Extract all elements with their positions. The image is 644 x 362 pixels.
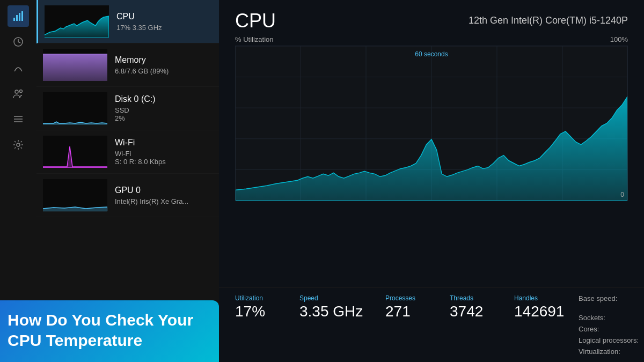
memory-resource-value: 6.8/7.6 GB (89%) [115, 67, 213, 75]
cpu-mini-graph [45, 5, 109, 38]
stat-handles: Handles 142691 [514, 294, 579, 356]
cpu-resource-value: 17% 3.35 GHz [116, 24, 213, 32]
sidebar-icon-details[interactable] [8, 108, 29, 130]
svg-rect-15 [43, 179, 107, 211]
cores-label: Cores: [579, 325, 644, 333]
svg-point-5 [15, 90, 18, 93]
gpu-resource-name: GPU 0 [115, 186, 213, 195]
sidebar-icon-performance[interactable] [8, 5, 29, 27]
wifi-resource-name: Wi-Fi [115, 138, 213, 147]
right-stat-cores: Cores: 12 [579, 325, 644, 333]
stat-utilization: Utilization 17% [235, 294, 299, 356]
resource-item-wifi[interactable]: Wi-Fi Wi-FiS: 0 R: 8.0 Kbps [36, 130, 219, 174]
svg-point-6 [20, 90, 23, 93]
virt-label: Virtualization: [579, 348, 644, 356]
disk-mini-graph [43, 92, 107, 124]
right-stat-logical: Logical processors: 16 [579, 336, 644, 344]
right-stats: Base speed: 1.70 GHz Sockets: 1 Cores: 1… [579, 294, 644, 356]
sixty-sec-label: 60 seconds [415, 50, 448, 58]
disk-resource-info: Disk 0 (C:) SSD2% [115, 94, 213, 122]
main-content: CPU 12th Gen Intel(R) Core(TM) i5-1240P … [219, 0, 644, 362]
stat-handles-value: 142691 [514, 303, 579, 320]
stat-handles-label: Handles [514, 294, 579, 302]
stat-processes-value: 271 [385, 303, 450, 320]
svg-rect-2 [19, 13, 20, 21]
cpu-model: 12th Gen Intel(R) Core(TM) i5-1240P [469, 15, 628, 26]
cpu-resource-info: CPU 17% 3.35 GHz [116, 12, 213, 32]
wifi-resource-value: Wi-FiS: 0 R: 8.0 Kbps [115, 150, 213, 166]
right-stat-base-speed: Base speed: 1.70 GHz [579, 294, 644, 311]
svg-rect-13 [43, 92, 107, 124]
memory-resource-info: Memory 6.8/7.6 GB (89%) [115, 55, 213, 75]
svg-point-10 [17, 143, 20, 146]
cpu-resource-name: CPU [116, 12, 213, 21]
stat-speed: Speed 3.35 GHz [299, 294, 385, 356]
svg-rect-0 [13, 18, 15, 21]
wifi-resource-info: Wi-Fi Wi-FiS: 0 R: 8.0 Kbps [115, 138, 213, 166]
wifi-mini-graph [43, 136, 107, 168]
stat-speed-value: 3.35 GHz [299, 303, 385, 320]
chart-zero-label: 0 [620, 191, 624, 198]
overlay-banner: How Do You Check Your CPU Temperature [0, 300, 219, 362]
overlay-banner-text: How Do You Check Your CPU Temperature [8, 310, 206, 350]
sidebar-icon-history[interactable] [8, 31, 29, 53]
gpu-mini-graph [43, 179, 107, 211]
cpu-header: CPU 12th Gen Intel(R) Core(TM) i5-1240P [219, 0, 644, 35]
right-stat-virtualization: Virtualization: Enabled [579, 348, 644, 356]
sidebar-icon-services[interactable] [8, 134, 29, 156]
cpu-chart-area: 60 seconds [219, 46, 644, 287]
memory-mini-graph [43, 49, 107, 81]
stat-threads-value: 3742 [450, 303, 514, 320]
stat-processes: Processes 271 [385, 294, 450, 356]
stat-processes-label: Processes [385, 294, 450, 302]
stat-utilization-label: Utilization [235, 294, 299, 302]
stat-threads: Threads 3742 [450, 294, 514, 356]
svg-rect-3 [21, 11, 23, 21]
right-stat-sockets: Sockets: 1 [579, 314, 644, 322]
stat-speed-label: Speed [299, 294, 385, 302]
sockets-label: Sockets: [579, 314, 644, 322]
resource-item-disk[interactable]: Disk 0 (C:) SSD2% [36, 87, 219, 130]
util-max-text: 100% [610, 35, 628, 43]
svg-rect-1 [16, 15, 18, 21]
sidebar-icon-app-history[interactable] [8, 57, 29, 78]
logical-label: Logical processors: [579, 336, 644, 344]
gpu-resource-value: Intel(R) Iris(R) Xe Gra... [115, 197, 213, 205]
svg-rect-11 [43, 54, 107, 81]
svg-rect-14 [43, 136, 107, 168]
resource-item-gpu[interactable]: GPU 0 Intel(R) Iris(R) Xe Gra... [36, 174, 219, 217]
disk-resource-value: SSD2% [115, 106, 213, 122]
base-speed-label: Base speed: [579, 294, 644, 311]
resource-item-cpu[interactable]: CPU 17% 3.35 GHz [36, 0, 219, 43]
cpu-chart-container: 60 seconds [235, 46, 628, 201]
disk-resource-name: Disk 0 (C:) [115, 94, 213, 104]
cpu-title: CPU [235, 10, 276, 32]
resource-item-memory[interactable]: Memory 6.8/7.6 GB (89%) [36, 43, 219, 87]
stat-utilization-value: 17% [235, 303, 299, 320]
util-label-row: % Utilization 100% [219, 35, 644, 46]
stat-threads-label: Threads [450, 294, 514, 302]
memory-resource-name: Memory [115, 55, 213, 65]
bottom-stats: Utilization 17% Speed 3.35 GHz Processes… [219, 287, 644, 362]
gpu-resource-info: GPU 0 Intel(R) Iris(R) Xe Gra... [115, 186, 213, 205]
sidebar-icon-users[interactable] [8, 83, 29, 104]
util-label-text: % Utilization [235, 35, 274, 43]
